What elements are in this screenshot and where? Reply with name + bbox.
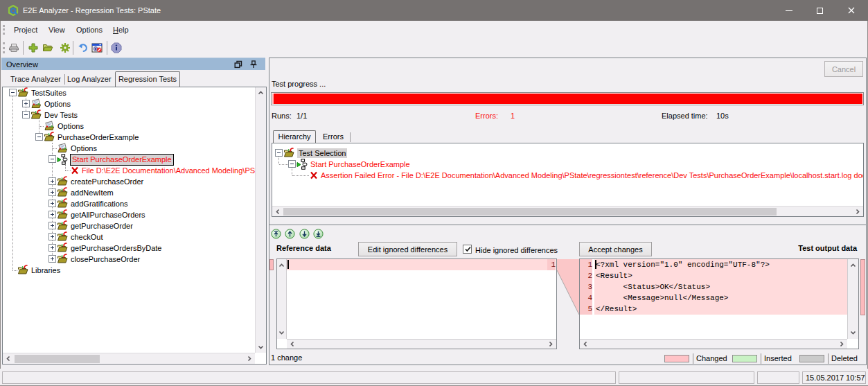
output-change-map[interactable] [860, 259, 865, 315]
scroll-up-arrow[interactable] [256, 88, 266, 98]
new-button[interactable] [28, 42, 39, 53]
settings-button[interactable] [60, 42, 71, 53]
menu-options[interactable]: Options [76, 21, 103, 39]
tree-row[interactable]: getPurchaseOrder [3, 220, 267, 231]
tree-row[interactable]: getPurchaseOrdersByDate [3, 243, 267, 254]
scroll-left-arrow[interactable] [581, 339, 591, 349]
scroll-right-arrow[interactable] [244, 353, 254, 364]
tree-row[interactable]: Options [3, 98, 267, 109]
tree-expander-expand[interactable] [22, 100, 30, 107]
tree-vertical-scrollbar[interactable] [255, 87, 266, 353]
tree-row[interactable]: Options [3, 121, 267, 132]
tree-row[interactable]: PurchaseOrderExample [3, 132, 267, 143]
next-difference-button[interactable] [299, 229, 310, 239]
info-button[interactable] [111, 42, 122, 53]
scroll-left-arrow[interactable] [287, 339, 298, 349]
tree-row[interactable]: Dev Tests [3, 109, 267, 121]
tree-expander-collapse[interactable] [48, 155, 56, 163]
print-button[interactable] [8, 42, 19, 53]
maximize-button[interactable] [804, 0, 835, 21]
hide-ignored-differences-label[interactable]: Hide ignored differences [475, 246, 558, 254]
tree-item-label[interactable]: getPurchaseOrder [71, 221, 133, 231]
info-window-button[interactable] [91, 42, 103, 53]
tree-item-label[interactable]: Dev Tests [44, 110, 78, 120]
scroll-up-arrow[interactable] [848, 261, 858, 271]
tree-row[interactable]: Start PurchaseOrderExample [272, 159, 864, 170]
tab-errors[interactable]: Errors [317, 132, 349, 143]
tree-expander-collapse[interactable] [22, 111, 30, 119]
tree-item-label[interactable]: PurchaseOrderExample [57, 132, 139, 142]
tree-row[interactable]: Options [3, 143, 267, 154]
tab-trace-analyzer[interactable]: Trace Analyzer [10, 73, 61, 87]
tree-item-label[interactable]: Options [44, 99, 71, 109]
accept-changes-button[interactable]: Accept changes [579, 242, 652, 256]
scroll-down-arrow[interactable] [848, 327, 858, 337]
tree-item-label[interactable]: TestSuites [31, 88, 67, 98]
tree-expander-expand[interactable] [48, 244, 56, 252]
title-bar[interactable]: E2E Analyzer - Regression Tests: PState [0, 0, 868, 21]
tab-log-analyzer[interactable]: Log Analyzer [67, 73, 112, 87]
minimize-button[interactable] [773, 0, 804, 21]
tab-hierarchy[interactable]: Hierarchy [273, 130, 316, 143]
tree-item-label[interactable]: addGratifications [71, 199, 128, 209]
reference-change-map[interactable] [269, 259, 274, 270]
last-difference-button[interactable] [313, 229, 324, 239]
tree-item-label[interactable]: Libraries [31, 265, 60, 275]
tree-row[interactable]: Test Selection [272, 148, 864, 159]
scroll-left-arrow[interactable] [3, 353, 14, 364]
open-button[interactable] [42, 42, 53, 53]
tree-row[interactable]: createPurchaseOrder [3, 176, 267, 187]
reference-vertical-scrollbar[interactable] [277, 259, 287, 339]
cancel-button[interactable]: Cancel [824, 61, 863, 77]
tree-row[interactable]: addGratifications [3, 198, 267, 209]
tree-expander-expand[interactable] [48, 222, 56, 229]
tree-item-label[interactable]: File D:\E2E Documentation\Advanced Model… [82, 166, 261, 175]
tree-expander-collapse[interactable] [9, 89, 17, 96]
toolbar-grip[interactable] [3, 42, 5, 53]
scroll-right-arrow[interactable] [852, 207, 862, 217]
scroll-right-arrow[interactable] [836, 339, 847, 349]
tree-item-label-selected[interactable]: Start PurchaseOrderExample [70, 154, 174, 166]
tree-expander-expand[interactable] [48, 255, 56, 263]
tree-item-label[interactable]: getPurchaseOrdersByDate [71, 243, 161, 253]
reference-horizontal-scrollbar[interactable] [287, 339, 556, 349]
scrollbar-thumb[interactable] [283, 208, 777, 216]
tab-regression-tests[interactable]: Regression Tests [115, 71, 180, 87]
output-horizontal-scrollbar[interactable] [580, 339, 847, 349]
scroll-right-arrow[interactable] [545, 339, 556, 349]
first-difference-button[interactable] [271, 229, 281, 239]
tree-expander-expand[interactable] [48, 200, 56, 207]
float-window-button[interactable] [234, 60, 242, 69]
tree-expander-expand[interactable] [48, 177, 56, 185]
hierarchy-horizontal-scrollbar[interactable] [272, 206, 863, 216]
tree-item-label[interactable]: Assertion Failed Error - File D:\E2E Doc… [321, 170, 864, 180]
tree-row[interactable]: Start PurchaseOrderExample [3, 154, 267, 165]
undo-button[interactable] [78, 42, 89, 53]
tree-item-label[interactable]: checkOut [71, 232, 103, 242]
tree-item-label[interactable]: getAllPurchaseOrders [71, 210, 145, 220]
tree-item-label[interactable]: Options [71, 143, 97, 153]
tree-item-label[interactable]: addNewItem [71, 188, 114, 198]
tree-expander-expand[interactable] [48, 188, 56, 196]
menu-grip[interactable] [3, 25, 5, 35]
tree-expander-expand[interactable] [48, 233, 56, 240]
tree-item-label[interactable]: Start PurchaseOrderExample [310, 159, 410, 169]
tree-row[interactable]: File D:\E2E Documentation\Advanced Model… [3, 165, 267, 176]
tree-expander-collapse[interactable] [288, 160, 296, 168]
tree-row[interactable]: addNewItem [3, 187, 267, 198]
tree-item-label[interactable]: Options [57, 121, 84, 131]
menu-project[interactable]: Project [14, 21, 37, 39]
tree-row[interactable]: getAllPurchaseOrders [3, 209, 267, 220]
menu-view[interactable]: View [48, 21, 65, 39]
output-vertical-scrollbar[interactable] [847, 259, 858, 339]
tree-row[interactable]: Assertion Failed Error - File D:\E2E Doc… [272, 170, 864, 181]
tree-row[interactable]: closePurchaseOrder [3, 254, 267, 265]
tree-expander-collapse[interactable] [35, 133, 43, 141]
output-text-area[interactable]: <?xml version="1.0" encoding="UTF-8"?> <… [594, 259, 847, 339]
tree-row[interactable]: Libraries [3, 265, 267, 276]
scroll-down-arrow[interactable] [276, 327, 287, 337]
close-button[interactable] [835, 0, 867, 21]
hide-ignored-differences-checkbox[interactable] [463, 245, 472, 254]
tree-expander-expand[interactable] [48, 211, 56, 218]
scroll-down-arrow[interactable] [256, 342, 266, 352]
